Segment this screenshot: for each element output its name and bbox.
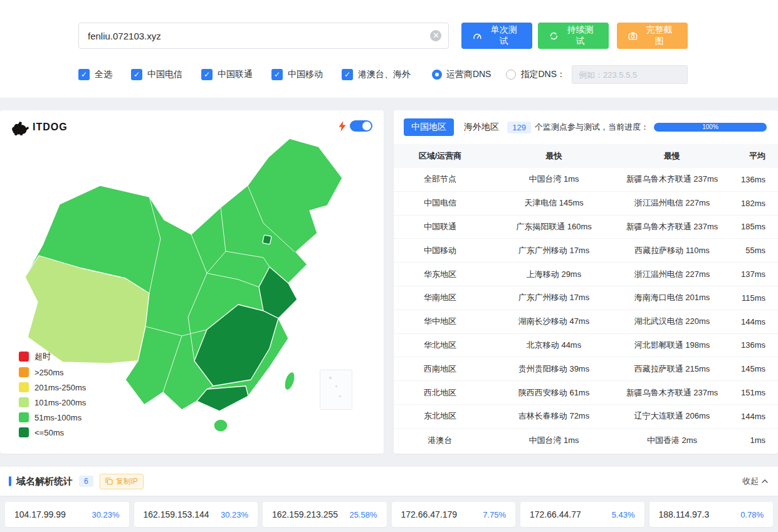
accent-bar [9,476,11,486]
cell-fastest: 贵州贵阳移动 39ms [486,363,621,375]
legend-color-swatch [19,412,29,422]
results-table-body: 全部节点 中国台湾 1ms 新疆乌鲁木齐联通 237ms 136ms 中国电信 … [394,168,778,452]
dns-stats-bar: 域名解析统计 6 复制IP 收起 [0,467,778,496]
monitor-count-badge: 129 [507,122,531,133]
cell-region: 中国移动 [394,245,486,256]
ip-address: 162.159.213.255 [272,509,338,519]
cell-region: 中国联通 [394,221,486,232]
cell-fastest: 陕西西安移动 61ms [486,387,621,399]
domain-input-wrap: ✕ [78,23,449,49]
ip-stat-card[interactable]: 172.66.47.179 7.75% [392,502,516,527]
continuous-test-button[interactable]: 持续测试 [538,23,609,49]
checkbox-label: 中国移动 [288,69,323,80]
screenshot-button[interactable]: 完整截图 [617,23,688,49]
screenshot-label: 完整截图 [642,24,676,47]
cell-slowest: 新疆乌鲁木齐联通 237ms [621,387,723,399]
cell-region: 华中地区 [394,316,486,327]
logo-text: ITDOG [33,122,68,133]
domain-input[interactable] [78,23,449,49]
copy-ip-button[interactable]: 复制IP [100,474,144,489]
legend-color-swatch [19,367,29,377]
legend-item: 101ms-200ms [19,397,86,407]
tab-overseas[interactable]: 海外地区 [456,118,507,136]
legend-label: >250ms [34,368,64,377]
checkbox-label: 全选 [95,69,112,80]
legend-item: 51ms-100ms [19,412,86,422]
speed-toggle[interactable] [350,120,372,132]
legend-label: <=50ms [34,428,64,437]
legend-color-swatch [19,382,29,392]
cell-region: 华南地区 [394,292,486,303]
col-fastest: 最快 [486,150,621,162]
col-average: 平均 [723,150,778,162]
carrier-dns-label: 运营商DNS [446,69,492,80]
single-test-button[interactable]: 单次测试 [461,23,532,49]
cell-fastest: 广东广州移动 17ms [486,292,621,303]
isp-checkbox[interactable]: ✓ 中国电信 [131,69,182,80]
collapse-button[interactable]: 收起 [742,476,768,487]
copy-icon [105,477,113,485]
radio-selected-icon [432,70,442,80]
header: ✕ 单次测试 持续测试 完整截图 [0,0,778,98]
legend-label: 101ms-200ms [34,398,86,407]
isp-checkbox[interactable]: ✓ 全选 [78,69,112,80]
cell-fastest: 中国台湾 1ms [486,435,621,446]
result-row: 华北地区 北京移动 44ms 河北邯郸联通 198ms 136ms [394,334,778,358]
continuous-test-label: 持续测试 [563,24,597,47]
single-test-label: 单次测试 [486,24,521,47]
legend-item: <=50ms [19,427,86,437]
result-row: 华东地区 上海移动 29ms 浙江温州电信 227ms 137ms [394,263,778,286]
ip-percentage: 0.78% [740,510,764,519]
legend-item: 201ms-250ms [19,382,86,392]
cell-average: 151ms [723,388,778,397]
cell-region: 华东地区 [394,269,486,280]
cell-average: 185ms [723,222,778,231]
ip-stat-card[interactable]: 104.17.99.99 30.23% [5,502,129,527]
camera-icon [628,31,638,41]
result-row: 华南地区 广东广州移动 17ms 海南海口电信 201ms 115ms [394,286,778,310]
checkbox-checked-icon: ✓ [201,69,213,80]
result-row: 西南地区 贵州贵阳移动 39ms 西藏拉萨联通 215ms 145ms [394,357,778,381]
progress-value: 100% [702,123,718,132]
legend-color-swatch [19,352,29,362]
result-row: 华中地区 湖南长沙移动 47ms 湖北武汉电信 220ms 144ms [394,310,778,334]
dns-radio-group: 运营商DNS 指定DNS： [432,65,688,84]
cell-average: 136ms [723,175,778,184]
result-row: 全部节点 中国台湾 1ms 新疆乌鲁木齐联通 237ms 136ms [394,168,778,192]
ip-stat-card[interactable]: 188.114.97.3 0.78% [649,502,774,527]
isp-checkbox[interactable]: ✓ 港澳台、海外 [342,69,411,80]
cell-region: 中国电信 [394,197,486,209]
lightning-icon [339,121,346,132]
col-slowest: 最慢 [621,150,723,162]
ip-percentage: 5.43% [612,510,635,519]
checkbox-checked-icon: ✓ [271,69,283,80]
gauge-icon [473,31,482,41]
ip-stat-card[interactable]: 162.159.153.144 30.23% [134,502,258,527]
checkbox-checked-icon: ✓ [342,69,353,80]
ip-stat-card[interactable]: 172.66.44.77 5.43% [520,502,644,527]
result-row: 港澳台 中国台湾 1ms 中国香港 2ms 1ms [394,429,778,452]
legend-item: >250ms [19,367,86,377]
isp-checkbox[interactable]: ✓ 中国联通 [201,69,253,80]
isp-checkbox[interactable]: ✓ 中国移动 [271,69,323,80]
cell-slowest: 西藏拉萨移动 110ms [621,245,723,256]
cell-region: 东北地区 [394,410,486,422]
result-row: 西北地区 陕西西安移动 61ms 新疆乌鲁木齐联通 237ms 151ms [394,381,778,405]
cell-average: 136ms [723,340,778,350]
cell-fastest: 广东揭阳联通 160ms [486,221,621,232]
tab-china[interactable]: 中国地区 [404,118,454,136]
results-table-header: 区域/运营商 最快 最慢 平均 [394,144,778,168]
progress-label: 个监测点参与测试，当前进度： [535,122,649,133]
custom-dns-radio[interactable]: 指定DNS： [506,69,565,80]
dns-input[interactable] [572,65,688,84]
ip-stat-card[interactable]: 162.159.213.255 25.58% [263,502,387,527]
cell-fastest: 中国台湾 1ms [486,174,621,185]
dog-icon [10,119,29,135]
ip-count-badge: 6 [79,476,93,487]
carrier-dns-radio[interactable]: 运营商DNS [432,69,492,80]
latency-legend: 超时 >250ms 201ms-250ms 101ms-200ms [19,351,86,437]
legend-item: 超时 [19,351,86,362]
ip-address: 162.159.153.144 [144,509,209,519]
cell-fastest: 吉林长春移动 72ms [486,410,621,422]
ip-address: 188.114.97.3 [659,509,710,519]
